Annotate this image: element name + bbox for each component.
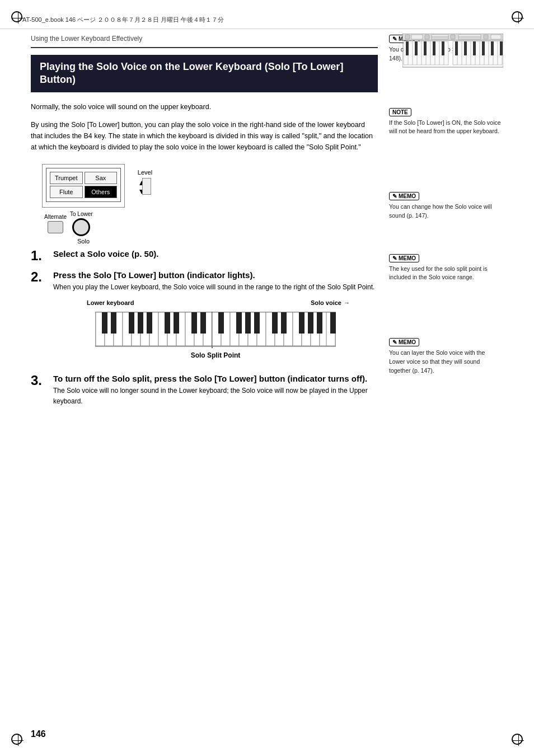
svg-rect-32 [491,41,494,55]
to-lower-label: To Lower [70,211,93,217]
memo-pen-icon-5: ✎ [392,339,397,345]
lower-keys [96,312,212,346]
level-label: Level [138,169,152,176]
step2-content: Press the Solo [To Lower] button (indica… [53,270,378,366]
page-subtitle: Using the Lower Keyboard Effectively [31,35,378,43]
reg-cross-bl [12,735,24,746]
memo-badge-4: ✎ MEMO [389,254,419,262]
step2-title: Press the Solo [To Lower] button (indica… [53,270,378,280]
intro-para1: Normally, the solo voice will sound on t… [31,101,378,112]
button-panel-illustration: Trumpet Sax Flute Others Level ▲ ▼ [42,164,125,245]
svg-rect-41 [458,37,481,39]
intro-para2: By using the Solo [To Lower] button, you… [31,119,378,153]
svg-rect-92 [330,312,336,334]
trumpet-button: Trumpet [50,172,83,184]
memo-text-4: The key used for the solo split point is… [389,265,501,283]
svg-rect-33 [500,41,503,55]
step1-number: 1. [31,249,48,262]
side-note-2: NOTE If the Solo [To Lower] is ON, the S… [389,108,501,137]
piano-svg-wrapper [53,312,378,348]
piano-svg [95,312,336,348]
memo-pen-icon-1: ✎ [392,36,397,42]
to-lower-section: To Lower [70,211,93,236]
step1-content: Select a Solo voice (p. 50). [53,249,378,261]
step-1: 1. Select a Solo voice (p. 50). [31,249,378,262]
page-title: Playing the Solo Voice on the Lower Keyb… [31,55,378,92]
memo-label-5: MEMO [399,339,416,345]
memo-badge-5: ✎ MEMO [389,338,419,346]
svg-rect-65 [191,312,197,334]
section-divider [31,47,378,48]
svg-rect-36 [425,35,429,39]
svg-rect-28 [455,41,458,55]
svg-rect-39 [451,35,455,39]
svg-rect-85 [245,312,251,334]
solo-keys [212,312,336,346]
svg-rect-43 [491,35,501,39]
step3-body: The Solo voice will no longer sound in t… [53,386,378,407]
reg-mark-tr [512,11,523,22]
reg-cross-br [513,735,524,746]
reg-mark-bl [11,734,22,745]
svg-rect-23 [406,41,409,55]
svg-rect-66 [200,312,206,334]
reg-cross-tr [513,12,524,24]
content-area: Using the Lower Keyboard Effectively Pla… [0,35,534,415]
svg-rect-61 [138,312,143,334]
step3-content: To turn off the Solo split, press the So… [53,374,378,407]
to-lower-button [72,218,90,236]
svg-rect-40 [458,35,481,37]
page-number: 146 [31,729,46,739]
memo-label-3: MEMO [399,193,416,199]
svg-rect-88 [281,312,287,334]
svg-rect-89 [299,312,305,334]
svg-rect-91 [317,312,322,334]
svg-rect-12 [453,41,502,65]
svg-rect-27 [442,41,444,55]
side-column: ✎ MEMO You can adjust the Solo Split Poi… [389,35,501,415]
alternate-section: Alternate [44,214,67,233]
solo-label: Solo [42,238,125,245]
lower-keyboard-label: Lower keyboard [87,299,134,306]
svg-rect-60 [129,312,134,334]
solo-voice-label: Solo voice → [311,299,350,306]
svg-rect-29 [464,41,467,55]
svg-rect-58 [102,312,107,334]
alternate-button [48,221,63,233]
side-note-3: ✎ MEMO You can change how the Solo voice… [389,192,501,220]
svg-rect-59 [111,312,116,334]
svg-rect-35 [411,35,423,39]
memo-label-4: MEMO [399,255,416,261]
svg-rect-34 [405,35,410,39]
level-slider [142,178,151,195]
header: AT-500_e.book 146 ページ ２００８年７月２８日 月曜日 午後４… [0,11,534,29]
step-3: 3. To turn off the Solo split, press the… [31,374,378,407]
step2-body: When you play the Lower keyboard, the So… [53,282,378,293]
svg-rect-38 [432,37,448,39]
keyboard-diagram: Lower keyboard Solo voice → [53,299,378,359]
svg-rect-63 [165,312,170,334]
svg-rect-24 [415,41,418,55]
svg-rect-83 [218,312,224,334]
side-note-4: ✎ MEMO The key used for the solo split p… [389,254,501,283]
sax-button: Sax [85,172,118,184]
reg-mark-tl [11,11,22,22]
svg-rect-30 [473,41,476,55]
note-label-2: NOTE [392,109,408,115]
svg-rect-37 [432,35,448,37]
note-badge-2: NOTE [389,108,411,116]
step-2: 2. Press the Solo [To Lower] button (ind… [31,270,378,366]
svg-rect-42 [484,35,488,39]
reg-cross-tl [12,12,24,24]
alternate-label: Alternate [44,214,67,220]
header-file-info: AT-500_e.book 146 ページ ２００８年７月２８日 月曜日 午後４… [22,16,224,24]
memo-pen-icon-3: ✎ [392,193,397,199]
side-note-5: ✎ MEMO You can layer the Solo voice with… [389,338,501,375]
memo-text-5: You can layer the Solo voice with the Lo… [389,349,501,375]
step1-title: Select a Solo voice (p. 50). [53,249,378,259]
arrow-right: → [344,299,350,306]
memo-pen-icon-4: ✎ [392,255,397,261]
reg-mark-br [512,734,523,745]
svg-rect-25 [424,41,427,55]
svg-rect-64 [174,312,179,334]
